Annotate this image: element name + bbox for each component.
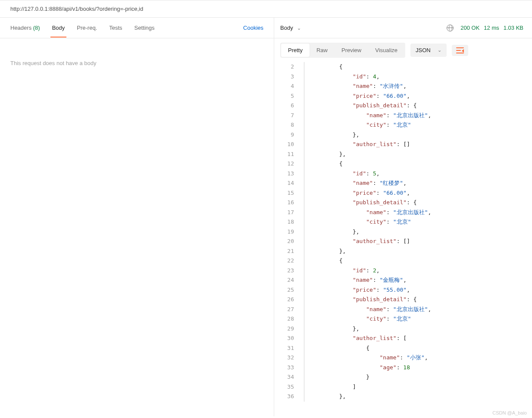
tab-settings[interactable]: Settings — [128, 19, 161, 37]
code-content: "price": "66.00", — [312, 91, 410, 101]
code-line: 34 } — [274, 372, 532, 382]
line-number: 13 — [274, 169, 301, 179]
globe-icon[interactable] — [447, 25, 454, 31]
code-content: { — [312, 256, 342, 266]
line-number: 20 — [274, 237, 301, 246]
line-number: 17 — [274, 208, 301, 218]
view-tab-preview[interactable]: Preview — [335, 44, 368, 57]
format-select[interactable]: JSON ⌄ — [410, 44, 447, 57]
line-number: 21 — [274, 246, 301, 256]
code-line: 7 "name": "北京出版社", — [274, 111, 532, 121]
tab-prereq[interactable]: Pre-req. — [71, 19, 103, 37]
code-line: 2 { — [274, 62, 532, 72]
line-number: 29 — [274, 324, 301, 334]
code-content: "author_list": [] — [312, 237, 410, 246]
line-number: 5 — [274, 91, 301, 101]
code-content: "author_list": [ — [312, 334, 407, 343]
code-line: 11 }, — [274, 150, 532, 159]
code-line: 5 "price": "66.00", — [274, 91, 532, 101]
code-line: 3 "id": 4, — [274, 72, 532, 82]
main-split: Headers (8)BodyPre-req.TestsSettingsCook… — [0, 18, 532, 416]
line-number: 2 — [274, 62, 301, 72]
code-content: "name": "北京出版社", — [312, 208, 431, 218]
view-tab-pretty[interactable]: Pretty — [281, 44, 310, 57]
view-tab-raw[interactable]: Raw — [310, 44, 335, 57]
wrap-lines-button[interactable] — [452, 45, 468, 56]
line-number: 7 — [274, 111, 301, 121]
line-number: 35 — [274, 382, 301, 392]
code-content: } — [312, 372, 369, 382]
line-number: 26 — [274, 295, 301, 305]
code-content: "age": 18 — [312, 363, 410, 373]
line-number: 24 — [274, 275, 301, 285]
tab-body[interactable]: Body — [46, 19, 71, 37]
code-content: "name": "金瓶梅", — [312, 275, 407, 285]
response-size: 1.03 KB — [504, 25, 523, 31]
watermark: CSDN @A_baio — [492, 410, 527, 415]
line-number: 34 — [274, 372, 301, 382]
chevron-down-icon: ⌄ — [297, 25, 301, 31]
response-time: 12 ms — [484, 25, 499, 31]
wrap-icon — [456, 47, 464, 53]
status-code: 200 OK — [460, 25, 479, 31]
line-number: 10 — [274, 140, 301, 150]
code-line: 22 { — [274, 256, 532, 266]
code-content: "name": "红楼梦", — [312, 178, 407, 188]
code-line: 12 { — [274, 159, 532, 169]
line-number: 14 — [274, 178, 301, 188]
code-line: 19 }, — [274, 227, 532, 237]
code-content: "price": "55.00", — [312, 285, 410, 295]
code-line: 23 "id": 2, — [274, 266, 532, 276]
cookies-link[interactable]: Cookies — [243, 25, 269, 31]
line-number: 18 — [274, 217, 301, 227]
line-number: 27 — [274, 305, 301, 315]
code-line: 6 "publish_detail": { — [274, 101, 532, 111]
line-number: 22 — [274, 256, 301, 266]
url-bar[interactable]: http://127.0.0.1:8888/api/v1/books/?orde… — [0, 0, 532, 18]
code-line: 15 "price": "66.00", — [274, 188, 532, 198]
line-number: 8 — [274, 120, 301, 130]
code-line: 9 }, — [274, 130, 532, 140]
code-content: }, — [312, 150, 346, 159]
tab-headers[interactable]: Headers (8) — [4, 19, 46, 37]
request-panel: Headers (8)BodyPre-req.TestsSettingsCook… — [0, 18, 274, 416]
code-line: 27 "name": "北京出版社", — [274, 305, 532, 315]
code-line: 35 ] — [274, 382, 532, 392]
code-content: "city": "北京" — [312, 217, 411, 227]
code-content: "city": "北京" — [312, 120, 411, 130]
line-number: 30 — [274, 334, 301, 343]
code-line: 21 }, — [274, 246, 532, 256]
code-line: 13 "id": 5, — [274, 169, 532, 179]
code-line: 31 { — [274, 343, 532, 353]
code-content: }, — [312, 130, 360, 140]
code-content: "publish_detail": { — [312, 295, 417, 305]
code-content: "id": 4, — [312, 72, 380, 82]
code-line: 20 "author_list": [] — [274, 237, 532, 246]
code-line: 14 "name": "红楼梦", — [274, 178, 532, 188]
code-line: 8 "city": "北京" — [274, 120, 532, 130]
code-line: 25 "price": "55.00", — [274, 285, 532, 295]
view-tab-visualize[interactable]: Visualize — [368, 44, 404, 57]
tab-tests[interactable]: Tests — [103, 19, 128, 37]
response-toolbar: PrettyRawPreviewVisualize JSON ⌄ — [274, 38, 532, 62]
code-line: 30 "author_list": [ — [274, 334, 532, 343]
line-number: 9 — [274, 130, 301, 140]
code-content: "name": "小张", — [312, 353, 428, 363]
line-number: 19 — [274, 227, 301, 237]
code-line: 26 "publish_detail": { — [274, 295, 532, 305]
code-content: { — [312, 343, 369, 353]
code-content: }, — [312, 392, 346, 402]
response-body-dropdown[interactable]: Body ⌄ — [280, 25, 301, 31]
url-text: http://127.0.0.1:8888/api/v1/books/?orde… — [10, 6, 143, 12]
code-content: "name": "水浒传", — [312, 81, 407, 91]
line-number: 3 — [274, 72, 301, 82]
line-number: 33 — [274, 363, 301, 373]
line-number: 31 — [274, 343, 301, 353]
code-line: 10 "author_list": [] — [274, 140, 532, 150]
line-number: 32 — [274, 353, 301, 363]
line-number: 28 — [274, 314, 301, 324]
code-content: }, — [312, 246, 346, 256]
code-content: ] — [312, 382, 356, 392]
response-code[interactable]: 2 {3 "id": 4,4 "name": "水浒传",5 "price": … — [274, 62, 532, 416]
code-content: "name": "北京出版社", — [312, 305, 431, 315]
